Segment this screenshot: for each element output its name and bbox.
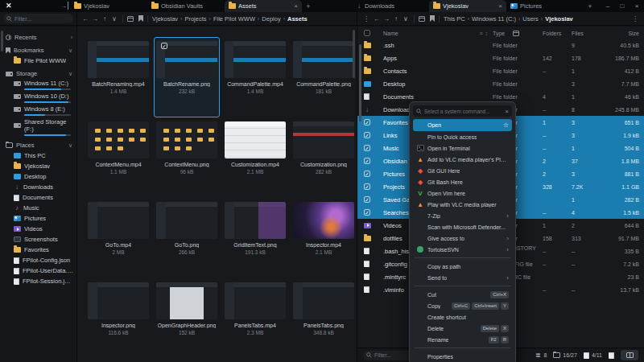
checkbox-icon[interactable] [364,183,370,190]
sidebar-item-music[interactable]: ♪Music [0,203,76,213]
menu-item-cut[interactable]: CutCtrl+X [413,289,512,300]
close-tab-icon[interactable]: × [294,2,298,10]
checkbox-icon[interactable] [364,119,370,125]
menu-item-7-zip[interactable]: 7-Zip› [413,210,512,221]
list-scrollbar[interactable] [359,44,361,121]
sidebar-section-storage[interactable]: Storage∨ [0,68,76,79]
checkbox-icon[interactable] [364,132,370,138]
sidebar-item-fpilot-userdata-json[interactable]: FPilot-UserData.json [0,265,76,276]
checkbox-icon[interactable] [364,158,370,164]
sidebar-section-recents[interactable]: Recents› [0,32,76,43]
grid-item-griditemtext-png[interactable]: GridItemText.png191.3 kB [222,198,288,278]
sidebar-item-fpilot-session-json[interactable]: FPilot-Session.json [0,276,76,286]
checkbox-icon[interactable] [364,171,370,177]
breadcrumb-item-deploy[interactable]: Deploy [262,15,280,23]
sidebar-item-downloads[interactable]: ↓Downloads [0,182,76,192]
grid-item-batchrenaming-mp4[interactable]: BatchRenaming.mp41.4 MB [85,37,151,117]
maximize-button[interactable]: □ [615,0,630,12]
forward-button[interactable]: → [382,15,390,23]
clipboard-indicator[interactable] [609,352,614,359]
grid-item-opengraphheader-png[interactable]: OpenGraphHeader.png152 kB [154,278,220,359]
grid-item-commandpalette-mp4[interactable]: CommandPalette.mp41.4 MB [222,37,288,117]
sidebar-item-desktop[interactable]: Desktop [0,171,76,182]
new-tab-button-right[interactable]: + [584,0,597,12]
select-all-checkbox[interactable] [364,30,370,36]
sidebar-drive-windows-10-d[interactable]: Windows 10 (D:) [0,92,76,105]
chevron-icon[interactable]: ∨ [68,142,72,149]
back-button[interactable]: ← [81,15,89,23]
tab-vjekoslav[interactable]: Vjekoslav× [429,0,506,12]
grid-item-customization-mp4[interactable]: Customization.mp42.1 MB [222,117,288,198]
tab-vjekoslav[interactable]: Vjekoslav [70,0,147,12]
menu-item-git-gui-here[interactable]: ◆Git GUI Here [413,165,512,176]
sidebar-item-screenshots[interactable]: Screenshots [0,234,76,245]
menu-item-give-access-to[interactable]: Give access to› [413,232,512,244]
tab-obsidian-vaults[interactable]: Obsidian Vaults [147,0,225,12]
menu-item-copy[interactable]: CopyCtrl+CCtrl+InsertY [413,300,512,311]
sidebar-item-documents[interactable]: Documents [0,192,76,203]
close-button[interactable]: × [630,0,644,12]
menu-item-send-to[interactable]: Send to› [413,272,512,283]
grid-item-panelstabs-mp4[interactable]: PanelsTabs.mp42.3 MB [222,278,288,359]
preview-toggle-button[interactable] [621,350,638,360]
table-row-ssh[interactable]: .sshFile folder940.5 kB [357,39,644,51]
column-size[interactable]: Size [597,31,639,36]
table-row-contacts[interactable]: ContactsFile folder--1412 B [357,64,644,77]
sort-icons[interactable]: ≡↕ [479,31,493,36]
menu-item-create-shortcut[interactable]: Create shortcut [413,311,512,323]
breadcrumb-item-this-pc[interactable]: This PC [444,15,465,23]
sidebar-drive-shared-storage-f[interactable]: Shared Storage (F:) [0,117,76,138]
sidebar-item-favorites[interactable]: Favorites [0,245,76,255]
sidebar-item-vjekoslav[interactable]: Vjekoslav [0,161,76,171]
checkbox-icon[interactable] [364,145,370,151]
sidebar-item-file-pilot-www[interactable]: File Pilot WWW [0,56,76,66]
column-files[interactable]: Files [572,31,597,36]
sidebar-section-bookmarks[interactable]: Bookmarks∨ [0,45,76,56]
archive-icon[interactable] [419,16,425,22]
minimize-button[interactable]: – [601,0,615,12]
menu-item-git-bash-here[interactable]: ◆Git Bash Here [413,176,512,187]
chevron-icon[interactable]: ∨ [68,71,72,77]
grid-item-goto-png[interactable]: GoTo.png266 kB [154,198,220,278]
grid-item-contextmenu-mp4[interactable]: ContextMenu.mp41.1 MB [85,117,151,198]
menu-item-copy-as-path[interactable]: Copy as path [413,261,512,272]
tab-pictures[interactable]: Pictures [506,0,584,12]
sort-direction-icon[interactable]: ↕ [485,31,489,36]
up-button[interactable]: ↑ [392,15,400,23]
new-tab-button-left[interactable]: + [302,0,315,12]
breadcrumb-item-users[interactable]: Users [522,15,539,23]
menu-item-delete[interactable]: DeleteDeleteX [413,323,512,334]
sidebar-item-this-pc[interactable]: This PC [0,150,76,161]
sort-list-icon[interactable]: ≡ [479,31,482,36]
history-dropdown-icon[interactable]: ∨ [402,15,410,23]
grid-item-contextmenu-png[interactable]: ContextMenu.png96 kB [154,117,220,198]
close-tab-icon[interactable]: × [498,2,502,10]
menu-item-add-to-vlc-media-player-s-playlist[interactable]: ▲Add to VLC media player's Playlist [413,154,512,165]
grid-item-goto-mp4[interactable]: GoTo.mp42 MB [85,198,151,278]
table-row-apps[interactable]: AppsFile folder142178186.7 MB [357,51,644,64]
sidebar-filter-input[interactable] [14,16,70,22]
grid-item-batchrename-png[interactable]: BatchRename.png232 kB [154,37,220,117]
grid-item-inspector-png[interactable]: Inspector.png116.6 kB [85,278,151,359]
bookmark-icon[interactable] [138,15,143,22]
sidebar-section-places[interactable]: Places∨ [0,140,76,150]
breadcrumb-item-vjekoslav[interactable]: Vjekoslav [152,15,178,23]
command-search[interactable]: × [413,105,512,117]
sidebar-scrollbar[interactable] [1,31,3,51]
breadcrumb-item-vjekoslav[interactable]: Vjekoslav [545,15,573,23]
archive-icon[interactable] [127,16,134,22]
menu-item-scan-with-microsoft-defender[interactable]: Scan with Microsoft Defender... [413,221,512,232]
tab-downloads[interactable]: ↓Downloads [352,0,429,12]
sidebar-filter[interactable] [3,14,73,23]
menu-item-rename[interactable]: RenameF2R [413,334,512,345]
checkbox-icon[interactable] [364,196,370,203]
checkbox-icon[interactable] [364,209,370,216]
pane-menu-icon[interactable]: ⋮ [361,15,371,23]
chevron-icon[interactable]: › [71,35,72,40]
grid-item-commandpalette-png[interactable]: CommandPalette.png181 kB [291,37,357,117]
menu-item-tortoisesvn[interactable]: TortoiseSVN› [413,244,512,255]
menu-item-pin-to-quick-access[interactable]: Pin to Quick access [413,131,512,142]
column-options-icon[interactable] [513,31,519,36]
sidebar-drive-windows-8-e[interactable]: Windows 8 (E:) [0,105,76,117]
column-folders[interactable]: Folders [543,31,572,36]
